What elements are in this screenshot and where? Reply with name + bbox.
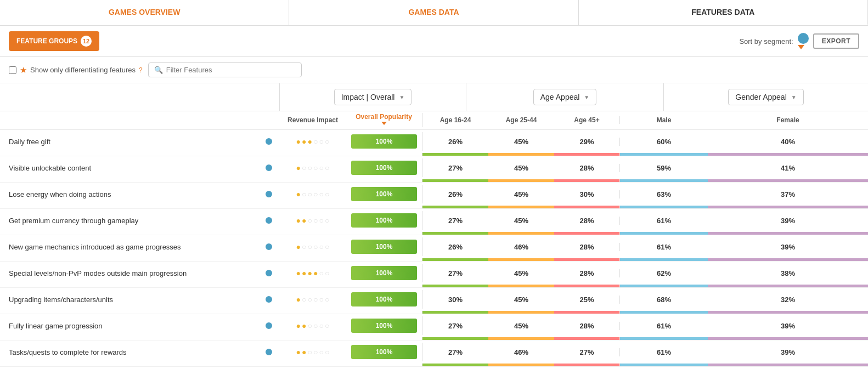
female-cell: 38% xyxy=(708,269,868,277)
age-16-24-cell: 27% xyxy=(422,269,488,277)
search-input[interactable] xyxy=(166,66,296,74)
feature-name-cell: Fully linear game progression xyxy=(0,319,258,333)
star-filled-icon: ● xyxy=(296,348,301,356)
star-empty-icon: ○ xyxy=(313,190,318,198)
feature-name-cell: Daily free gift xyxy=(0,134,258,149)
age-bar-45plus xyxy=(554,232,620,235)
age-16-24-header: Age 16-24 xyxy=(422,116,488,124)
age-bar-16-24 xyxy=(422,311,488,314)
male-cell: 62% xyxy=(620,269,708,277)
progress-cell: 100% xyxy=(346,343,422,361)
feature-dot xyxy=(266,270,272,276)
color-bar-spacer xyxy=(0,179,280,182)
feature-name-cell: Tasks/quests to complete for rewards xyxy=(0,345,258,360)
color-bars xyxy=(0,179,868,182)
color-bars xyxy=(0,258,868,261)
tab-features-data[interactable]: FEATURES DATA xyxy=(579,0,868,25)
feature-groups-label: FEATURE GROUPS xyxy=(16,37,77,45)
feature-name-cell: Visible unlockable content xyxy=(0,161,258,175)
star-empty-icon: ○ xyxy=(308,242,312,251)
color-bars xyxy=(0,285,868,287)
feature-dot xyxy=(266,191,272,197)
feature-dot xyxy=(266,322,272,329)
toolbar: FEATURE GROUPS 12 Sort by segment: EXPOR… xyxy=(0,26,868,57)
top-tabs: GAMES OVERVIEW GAMES DATA FEATURES DATA xyxy=(0,0,868,26)
age-bar-45plus xyxy=(554,337,620,340)
age-25-44-cell: 45% xyxy=(488,296,554,304)
star-filled-icon: ● xyxy=(302,321,306,330)
age-45plus-cell: 29% xyxy=(554,138,620,146)
gender-bar-male xyxy=(620,364,708,366)
star-filled-icon: ● xyxy=(296,190,301,198)
gender-bar-female xyxy=(708,232,868,235)
export-button[interactable]: EXPORT xyxy=(813,33,859,49)
star-filled-icon: ● xyxy=(313,269,318,277)
star-empty-icon: ○ xyxy=(308,321,312,330)
stars-cell: ●○○○○○ xyxy=(280,190,346,198)
star-empty-icon: ○ xyxy=(308,216,312,225)
age-16-24-cell: 27% xyxy=(422,217,488,225)
male-cell: 61% xyxy=(620,243,708,251)
gender-dropdown[interactable]: Gender Appeal ▼ xyxy=(728,89,803,105)
table-row: Get premium currency through gameplay ●●… xyxy=(0,209,868,235)
age-bar-25-44 xyxy=(488,232,554,235)
gender-bar-female xyxy=(708,364,868,366)
table-row: Tasks/quests to complete for rewards ●●○… xyxy=(0,340,868,367)
search-box[interactable]: 🔍 xyxy=(148,63,302,77)
star-empty-icon: ○ xyxy=(302,163,306,172)
age-25-44-cell: 46% xyxy=(488,243,554,251)
star-empty-icon: ○ xyxy=(325,216,329,225)
star-empty-icon: ○ xyxy=(325,295,329,304)
table-row: Fully linear game progression ●●○○○○ 100… xyxy=(0,314,868,340)
feature-dot xyxy=(266,138,272,145)
gender-bar-female xyxy=(708,285,868,287)
dot-cell xyxy=(258,191,280,197)
table-row: New game mechanics introduced as game pr… xyxy=(0,235,868,262)
age-header: Age Appeal ▼ xyxy=(466,83,664,111)
gender-bar-male xyxy=(620,206,708,208)
age-bar-25-44 xyxy=(488,153,554,156)
impact-dropdown[interactable]: Impact | Overall ▼ xyxy=(334,89,412,105)
row-main: Tasks/quests to complete for rewards ●●○… xyxy=(0,340,868,364)
color-bar-spacer xyxy=(0,232,280,235)
age-dropdown-label: Age Appeal xyxy=(540,93,580,101)
age-dropdown[interactable]: Age Appeal ▼ xyxy=(533,89,597,105)
color-bar-spacer xyxy=(0,311,280,314)
age-bar-16-24 xyxy=(422,258,488,261)
age-bar-25-44 xyxy=(488,337,554,340)
help-link[interactable]: ? xyxy=(139,66,143,74)
age-25-44-cell: 46% xyxy=(488,348,554,356)
dot-cell xyxy=(258,322,280,329)
progress-cell: 100% xyxy=(346,132,422,151)
female-cell: 39% xyxy=(708,348,868,356)
color-bars xyxy=(0,311,868,314)
gender-bar-female xyxy=(708,337,868,340)
star-icon: ★ xyxy=(20,65,27,75)
star-filled-icon: ● xyxy=(302,269,306,277)
feature-groups-button[interactable]: FEATURE GROUPS 12 xyxy=(9,31,99,51)
star-empty-icon: ○ xyxy=(319,137,323,146)
star-filled-icon: ● xyxy=(296,295,301,304)
age-bar-25-44 xyxy=(488,258,554,261)
age-45plus-cell: 28% xyxy=(554,322,620,330)
section-headers: Impact | Overall ▼ Age Appeal ▼ Gender A… xyxy=(0,83,868,111)
age-25-44-cell: 45% xyxy=(488,217,554,225)
color-bar-spacer xyxy=(0,364,280,366)
tab-games-overview[interactable]: GAMES OVERVIEW xyxy=(0,0,289,25)
star-filled-icon: ● xyxy=(296,163,301,172)
revenue-impact-header: Revenue Impact xyxy=(280,116,346,124)
tab-features-data-label: FEATURES DATA xyxy=(691,8,754,16)
stars-cell: ●○○○○○ xyxy=(280,163,346,172)
star-empty-icon: ○ xyxy=(325,137,329,146)
star-empty-icon: ○ xyxy=(325,348,329,356)
star-filled-icon: ● xyxy=(296,242,301,251)
differentiating-features-checkbox[interactable] xyxy=(9,66,16,74)
table-row: Visible unlockable content ●○○○○○ 100% 2… xyxy=(0,156,868,183)
star-empty-icon: ○ xyxy=(325,190,329,198)
gender-bar-male xyxy=(620,285,708,287)
tab-games-data[interactable]: GAMES DATA xyxy=(289,0,578,25)
star-filled-icon: ● xyxy=(302,348,306,356)
female-cell: 40% xyxy=(708,138,868,146)
age-25-44-header: Age 25-44 xyxy=(488,116,554,124)
segment-dot[interactable] xyxy=(798,33,809,44)
